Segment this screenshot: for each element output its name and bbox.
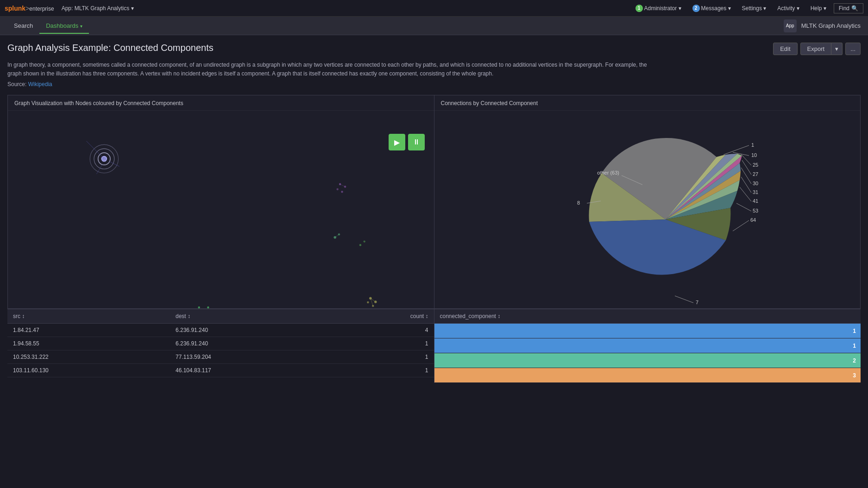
count-cell: 1 (333, 350, 434, 364)
play-icon: ▶ (394, 138, 400, 147)
admin-button[interactable]: 1 Administrator ▾ (632, 3, 685, 14)
svg-point-37 (367, 301, 369, 303)
page-title: Graph Analysis Example: Connected Compon… (7, 43, 214, 53)
main-panels: Graph Visualization with Nodes coloured … (7, 95, 861, 309)
svg-text:31: 31 (753, 189, 758, 195)
export-dropdown-button[interactable]: ▾ (831, 43, 843, 55)
count-cell: 1 (333, 364, 434, 377)
wikipedia-link[interactable]: Wikipedia (28, 81, 52, 88)
svg-line-78 (723, 145, 749, 155)
main-table: src ↕ dest ↕ count ↕ 1.84.21.47 6.236.91… (7, 309, 434, 377)
svg-point-46 (364, 241, 365, 243)
find-label: Find (839, 5, 849, 12)
second-navigation: Search Dashboards▾ App MLTK Graph Analyt… (0, 17, 868, 35)
more-actions-button[interactable]: ... (845, 43, 861, 55)
messages-button[interactable]: 2 Messages ▾ (689, 3, 735, 14)
pie-panel: Connections by Connected Component other… (434, 95, 861, 308)
table-section: src ↕ dest ↕ count ↕ 1.84.21.47 6.236.91… (7, 309, 861, 383)
svg-text:27: 27 (753, 171, 758, 177)
svg-text:10: 10 (751, 152, 757, 158)
cc-table-header: connected_component ↕ (434, 309, 861, 324)
svg-point-59 (198, 307, 200, 308)
right-table-panel: connected_component ↕ 1 1 (434, 309, 861, 383)
svg-point-47 (339, 183, 341, 185)
table-body: 1.84.21.47 6.236.91.240 4 1.94.58.55 6.2… (7, 324, 434, 377)
admin-label: Administrator ▾ (644, 5, 681, 12)
table-row: 10.253.31.222 77.113.59.204 1 (7, 350, 434, 364)
graph-canvas: ▶ ⏸ (8, 111, 434, 308)
svg-point-48 (344, 186, 346, 188)
svg-text:1: 1 (751, 142, 754, 148)
dashboards-tab-arrow: ▾ (80, 24, 82, 29)
activity-button[interactable]: Activity ▾ (774, 3, 803, 13)
dest-column-header[interactable]: dest ↕ (170, 309, 333, 324)
graph-panel-title: Graph Visualization with Nodes coloured … (8, 95, 434, 111)
table-row: 103.11.60.130 46.104.83.117 1 (7, 364, 434, 377)
src-cell: 103.11.60.130 (7, 364, 170, 377)
count-cell: 4 (333, 324, 434, 337)
app-name[interactable]: App: MLTK Graph Analytics ▾ (59, 5, 134, 12)
count-cell: 1 (333, 337, 434, 350)
cc-value-cell: 1 (434, 324, 861, 338)
src-cell: 10.253.31.222 (7, 350, 170, 364)
app-icon: App (784, 19, 797, 32)
pie-panel-title: Connections by Connected Component (434, 95, 861, 111)
splunk-logo: splunk>enterprise (5, 5, 54, 12)
admin-badge: 1 (635, 5, 643, 12)
svg-line-84 (742, 160, 751, 175)
description-text: In graph theory, a component, sometimes … (7, 61, 656, 78)
cc-table: connected_component ↕ 1 1 (434, 309, 861, 383)
cc-table-row: 2 (434, 353, 861, 368)
svg-point-36 (372, 305, 374, 307)
cc-bar: 1 (434, 338, 861, 353)
graph-panel: Graph Visualization with Nodes coloured … (8, 95, 434, 308)
src-cell: 1.84.21.47 (7, 324, 170, 337)
svg-text:8: 8 (577, 200, 580, 206)
source-label: Source: (7, 81, 26, 88)
search-tab[interactable]: Search (7, 19, 39, 34)
messages-label: Messages ▾ (701, 5, 731, 12)
svg-line-90 (740, 187, 751, 201)
src-column-header[interactable]: src ↕ (7, 309, 170, 324)
dashboards-tab[interactable]: Dashboards▾ (39, 19, 89, 34)
second-nav-right: App MLTK Graph Analytics (784, 19, 861, 32)
svg-line-86 (741, 168, 751, 184)
table-header-row: src ↕ dest ↕ count ↕ (7, 309, 434, 324)
source-line: Source: Wikipedia (7, 81, 861, 88)
cc-value-cell: 2 (434, 353, 861, 368)
cc-column-header[interactable]: connected_component ↕ (434, 309, 861, 324)
count-column-header[interactable]: count ↕ (333, 309, 434, 324)
cc-value-cell: 3 (434, 368, 861, 383)
export-button[interactable]: Export (800, 43, 832, 55)
logo-text: splunk>enterprise (5, 5, 54, 12)
nav-right: 1 Administrator ▾ 2 Messages ▾ Settings … (632, 3, 863, 14)
pie-chart-container: other (63) 1 10 25 (434, 111, 861, 308)
help-label: Help ▾ (811, 5, 826, 12)
settings-button[interactable]: Settings ▾ (738, 3, 770, 13)
find-button[interactable]: Find 🔍 (834, 3, 863, 13)
activity-label: Activity ▾ (777, 5, 799, 12)
src-cell: 1.94.58.55 (7, 337, 170, 350)
help-button[interactable]: Help ▾ (807, 3, 830, 13)
dest-cell: 6.236.91.240 (170, 324, 333, 337)
svg-line-82 (741, 154, 751, 165)
export-button-group: Export ▾ (800, 43, 843, 55)
graph-svg (8, 111, 434, 308)
cc-bar: 2 (434, 353, 861, 368)
dest-cell: 77.113.59.204 (170, 350, 333, 364)
svg-text:25: 25 (753, 162, 758, 168)
page-actions: Edit Export ▾ ... (773, 43, 861, 55)
app-title: MLTK Graph Analytics (801, 22, 861, 29)
pause-button[interactable]: ⏸ (408, 134, 425, 150)
svg-text:53: 53 (753, 208, 758, 213)
svg-line-92 (736, 203, 751, 211)
cc-bar: 3 (434, 368, 861, 382)
svg-text:41: 41 (753, 198, 758, 204)
messages-badge: 2 (692, 5, 700, 12)
edit-button[interactable]: Edit (773, 43, 797, 55)
play-button[interactable]: ▶ (389, 134, 405, 150)
cc-value-cell: 1 (434, 338, 861, 353)
search-icon: 🔍 (851, 5, 858, 12)
settings-label: Settings ▾ (742, 5, 767, 12)
table-row: 1.94.58.55 6.236.91.240 1 (7, 337, 434, 350)
